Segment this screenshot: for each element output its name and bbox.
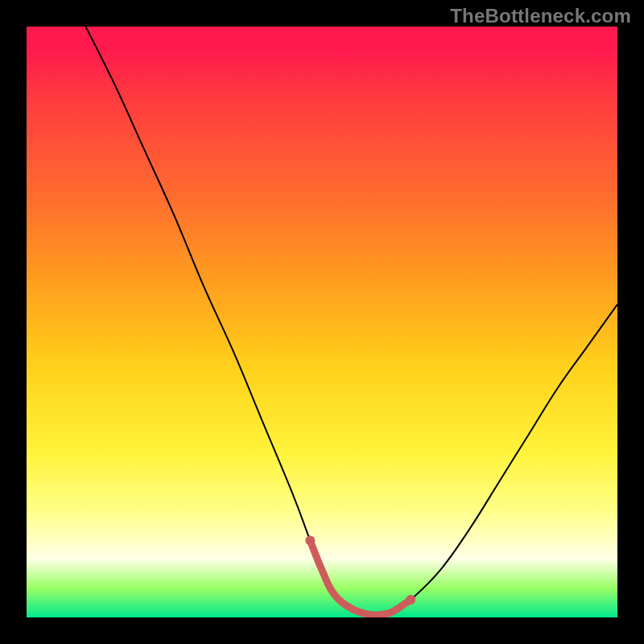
highlight-endpoint [406, 595, 415, 605]
plot-svg [27, 27, 617, 617]
highlight-endpoint [305, 536, 315, 546]
plot-area [27, 27, 617, 617]
chart-frame: TheBottleneck.com [0, 0, 644, 644]
highlight-segment [310, 541, 411, 616]
curve-line [85, 27, 617, 615]
watermark-text: TheBottleneck.com [450, 5, 631, 27]
